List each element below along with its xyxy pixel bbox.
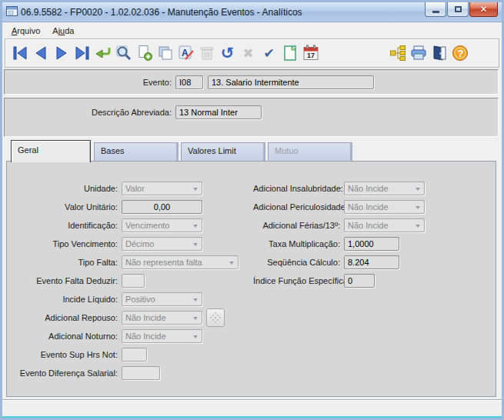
go-to-icon[interactable] bbox=[92, 43, 113, 64]
indice-funcao-especifica-label: Índice Função Específica: bbox=[253, 276, 344, 285]
tipo-vencimento-label: Tipo Vencimento: bbox=[8, 239, 122, 248]
menu-ajuda[interactable]: Ajuda bbox=[46, 25, 80, 37]
menu-arquivo[interactable]: Arquivo bbox=[5, 25, 46, 37]
svg-text:?: ? bbox=[457, 48, 463, 59]
taxa-multiplicacao-label: Taxa Multiplicação: bbox=[253, 239, 344, 248]
valor-unitario-input[interactable]: 0,00 bbox=[122, 200, 202, 214]
delete-icon bbox=[196, 43, 217, 64]
confirm-icon[interactable]: ✔ bbox=[259, 43, 279, 64]
tab-valores-limit[interactable]: Valores Limit bbox=[181, 142, 265, 162]
close-button[interactable]: ✕ bbox=[469, 2, 498, 17]
incide-liquido-label: Incide Líquido: bbox=[8, 295, 122, 304]
next-record-icon[interactable] bbox=[51, 43, 72, 64]
print-icon[interactable] bbox=[408, 43, 429, 64]
adicional-noturno-label: Adicional Noturno: bbox=[8, 332, 122, 341]
close-icon: ✕ bbox=[479, 4, 487, 15]
cancel-icon: ✖ bbox=[238, 43, 259, 64]
evento-falta-deduzir-label: Evento Falta Deduzir: bbox=[8, 276, 122, 285]
app-icon bbox=[6, 6, 18, 18]
tipo-falta-label: Tipo Falta: bbox=[8, 258, 122, 267]
chevron-down-icon bbox=[416, 225, 420, 228]
adicional-repouso-label: Adicional Repouso: bbox=[8, 313, 122, 322]
maximize-icon bbox=[455, 6, 462, 12]
chevron-down-icon bbox=[416, 188, 420, 191]
notes-icon[interactable] bbox=[279, 43, 300, 64]
evento-desc-field: 13. Salario Intermitente bbox=[208, 75, 374, 89]
evento-sup-hrs-not-input[interactable] bbox=[122, 348, 147, 362]
identificacao-select: Vencimento bbox=[122, 218, 202, 232]
adicional-periculosidade-select: Não Incide bbox=[344, 200, 425, 214]
descricao-abreviada-input[interactable]: 13 Normal Inter bbox=[175, 105, 262, 119]
toolbar: A ↺ ✖ ✔ 17 ? bbox=[5, 38, 499, 68]
tipo-vencimento-select: Décimo bbox=[122, 237, 202, 251]
adicional-periculosidade-label: Adicional Periculosidade: bbox=[253, 202, 344, 212]
chevron-down-icon bbox=[229, 262, 234, 265]
adicional-repouso-select: Não Incide bbox=[122, 311, 202, 325]
copy-icon[interactable] bbox=[155, 43, 175, 64]
window-title: 06.9.5582 - FP0020 - 1.02.02.036 - Manut… bbox=[21, 7, 302, 18]
chevron-down-icon bbox=[193, 225, 198, 228]
evento-diferenca-salarial-label: Evento Diferença Salarial: bbox=[8, 368, 122, 378]
adicional-insalubridade-select: Não Incide bbox=[344, 182, 425, 195]
divider bbox=[2, 399, 502, 401]
evento-frame: Evento: I08 13. Salario Intermitente bbox=[4, 69, 499, 95]
calendar-icon[interactable]: 17 bbox=[300, 43, 321, 64]
svg-text:17: 17 bbox=[307, 52, 315, 59]
tab-mutuo: Mutuo bbox=[268, 142, 352, 162]
incide-liquido-select: Positivo bbox=[122, 292, 202, 306]
tab-panel-geral: Unidade: Valor Valor Unitário: 0,00 Iden… bbox=[6, 161, 496, 397]
undo-icon[interactable]: ↺ bbox=[217, 43, 238, 64]
edit-icon[interactable]: A bbox=[175, 43, 196, 64]
adicional-ferias-13-label: Adicional Férias/13º: bbox=[253, 221, 344, 230]
chevron-down-icon bbox=[193, 335, 198, 338]
minimize-button[interactable] bbox=[425, 2, 446, 17]
chevron-down-icon bbox=[193, 188, 198, 191]
menu-bar: Arquivo Ajuda bbox=[2, 23, 502, 38]
indice-funcao-especifica-input[interactable]: 0 bbox=[344, 274, 375, 288]
status-bar bbox=[4, 402, 499, 415]
evento-label: Evento: bbox=[5, 78, 175, 87]
sequencia-calculo-input[interactable]: 8.204 bbox=[344, 255, 399, 269]
identificacao-label: Identificação: bbox=[8, 221, 122, 230]
minimize-icon bbox=[432, 11, 439, 13]
search-icon[interactable] bbox=[113, 43, 134, 64]
chevron-down-icon bbox=[193, 317, 198, 320]
zoom-lookup-button bbox=[206, 308, 225, 327]
previous-record-icon[interactable] bbox=[30, 43, 51, 64]
tipo-falta-select: Não representa falta bbox=[122, 255, 239, 269]
related-programs-icon[interactable] bbox=[387, 43, 408, 64]
unidade-label: Unidade: bbox=[8, 184, 122, 193]
adicional-insalubridade-label: Adicional Insalubridade: bbox=[253, 184, 344, 193]
chevron-down-icon bbox=[193, 243, 198, 246]
evento-diferenca-salarial-input[interactable] bbox=[122, 366, 160, 380]
app-window: 06.9.5582 - FP0020 - 1.02.02.036 - Manut… bbox=[0, 0, 504, 420]
evento-code-input[interactable]: I08 bbox=[175, 75, 203, 89]
chevron-down-icon bbox=[416, 206, 420, 209]
title-bar: 06.9.5582 - FP0020 - 1.02.02.036 - Manut… bbox=[2, 2, 502, 22]
adicional-ferias-13-select: Não Incide bbox=[344, 218, 425, 232]
valor-unitario-label: Valor Unitário: bbox=[8, 202, 122, 212]
descricao-abreviada-label: Descrição Abreviada: bbox=[5, 108, 175, 117]
dotted-arrows-icon bbox=[209, 311, 222, 325]
tab-geral[interactable]: Geral bbox=[11, 140, 91, 162]
taxa-multiplicacao-input[interactable]: 1,0000 bbox=[344, 237, 399, 251]
descricao-frame: Descrição Abreviada: 13 Normal Inter bbox=[4, 98, 499, 137]
first-record-icon[interactable] bbox=[9, 43, 30, 64]
adicional-noturno-select: Não Incide bbox=[122, 329, 202, 343]
exit-icon[interactable] bbox=[429, 43, 449, 64]
evento-sup-hrs-not-label: Evento Sup Hrs Not: bbox=[8, 350, 122, 359]
tab-bases[interactable]: Bases bbox=[94, 142, 179, 162]
sequencia-calculo-label: Seqüência Cálculo: bbox=[253, 258, 344, 267]
new-icon[interactable] bbox=[134, 43, 155, 64]
help-icon[interactable]: ? bbox=[449, 43, 470, 64]
last-record-icon[interactable] bbox=[72, 43, 92, 64]
evento-falta-deduzir-input[interactable] bbox=[122, 274, 145, 288]
chevron-down-icon bbox=[193, 298, 198, 302]
maximize-button[interactable] bbox=[447, 2, 469, 17]
unidade-select: Valor bbox=[122, 182, 202, 195]
